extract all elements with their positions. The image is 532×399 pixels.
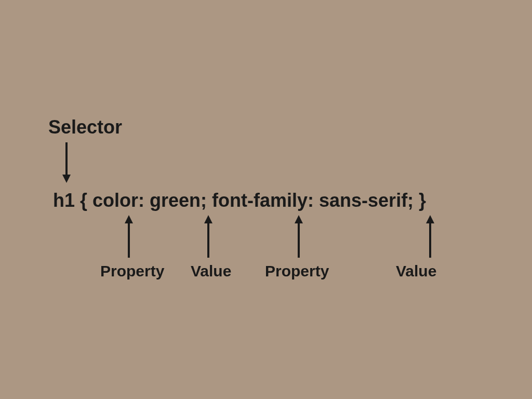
property-label-1: Property bbox=[100, 262, 164, 280]
svg-marker-5 bbox=[204, 215, 212, 223]
arrow-up-icon bbox=[124, 215, 134, 258]
value-label-1: Value bbox=[191, 262, 231, 280]
svg-marker-3 bbox=[125, 215, 133, 223]
svg-marker-1 bbox=[62, 175, 71, 183]
selector-label: Selector bbox=[48, 116, 122, 138]
css-rule-diagram: Selector h1 { color: green; font-family:… bbox=[0, 0, 532, 399]
arrow-up-icon bbox=[294, 215, 304, 258]
property-label-2: Property bbox=[265, 262, 329, 280]
arrow-down-icon bbox=[61, 142, 72, 183]
value-label-2: Value bbox=[396, 262, 436, 280]
svg-marker-9 bbox=[426, 215, 434, 223]
arrow-up-icon bbox=[203, 215, 214, 258]
css-code-line: h1 { color: green; font-family: sans-ser… bbox=[53, 190, 426, 211]
svg-marker-7 bbox=[295, 215, 303, 223]
arrow-up-icon bbox=[425, 215, 435, 258]
